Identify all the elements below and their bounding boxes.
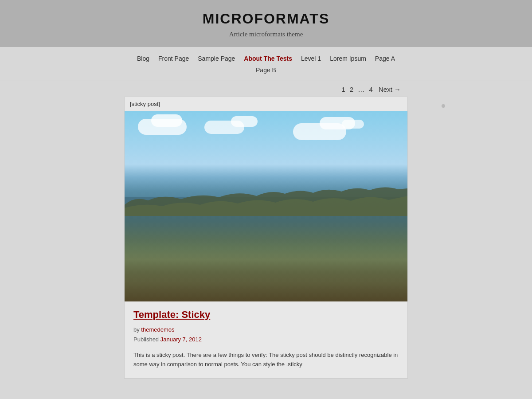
- article-excerpt: This is a sticky post. There are a few t…: [133, 351, 399, 369]
- article-card: [sticky post]: [124, 97, 408, 379]
- site-title: MICROFORMATS: [9, 11, 523, 27]
- nav-link-page-b[interactable]: Page B: [252, 66, 280, 74]
- article-body: Template: Sticky by themedemos Published…: [125, 301, 407, 378]
- nav-link-page-a[interactable]: Page A: [372, 54, 399, 63]
- article-title: Template: Sticky: [133, 309, 399, 321]
- author-link[interactable]: themedemos: [141, 326, 174, 333]
- nav-row-1: BlogFront PageSample PageAbout The Tests…: [0, 54, 532, 63]
- main-wrapper: 1 2 … 4 Next → [sticky post]: [124, 81, 408, 399]
- page-1-link[interactable]: 1: [341, 86, 345, 93]
- nav-link-front-page[interactable]: Front Page: [155, 54, 192, 63]
- site-nav: BlogFront PageSample PageAbout The Tests…: [0, 47, 532, 81]
- article-title-link[interactable]: Template: Sticky: [133, 309, 210, 320]
- nav-link-level-1[interactable]: Level 1: [297, 54, 325, 63]
- nav-link-sample-page[interactable]: Sample Page: [194, 54, 239, 63]
- site-tagline: Article microformats theme: [9, 31, 523, 38]
- rock-silhouette: [125, 180, 407, 216]
- nav-link-about-the-tests[interactable]: About The Tests: [240, 54, 296, 63]
- site-header: MICROFORMATS Article microformats theme: [0, 0, 532, 47]
- page-dots: …: [358, 86, 364, 93]
- article-meta: by themedemos Published January 7, 2012: [133, 325, 399, 344]
- date-link[interactable]: January 7, 2012: [160, 336, 202, 343]
- pagination-top: 1 2 … 4 Next →: [124, 81, 408, 97]
- sidebar-dot: [442, 104, 445, 108]
- page-4-link[interactable]: 4: [369, 86, 372, 93]
- nav-link-lorem-ipsum[interactable]: Lorem Ipsum: [326, 54, 370, 63]
- nav-row-2: Page B: [0, 66, 532, 74]
- image-placeholder: [125, 111, 407, 301]
- featured-image: [125, 111, 407, 301]
- page-2-link[interactable]: 2: [350, 86, 353, 93]
- nav-link-blog[interactable]: Blog: [133, 54, 153, 63]
- by-label: by: [133, 326, 140, 333]
- next-link[interactable]: Next →: [379, 86, 401, 93]
- sticky-badge: [sticky post]: [125, 97, 407, 111]
- published-label: Published: [133, 336, 159, 343]
